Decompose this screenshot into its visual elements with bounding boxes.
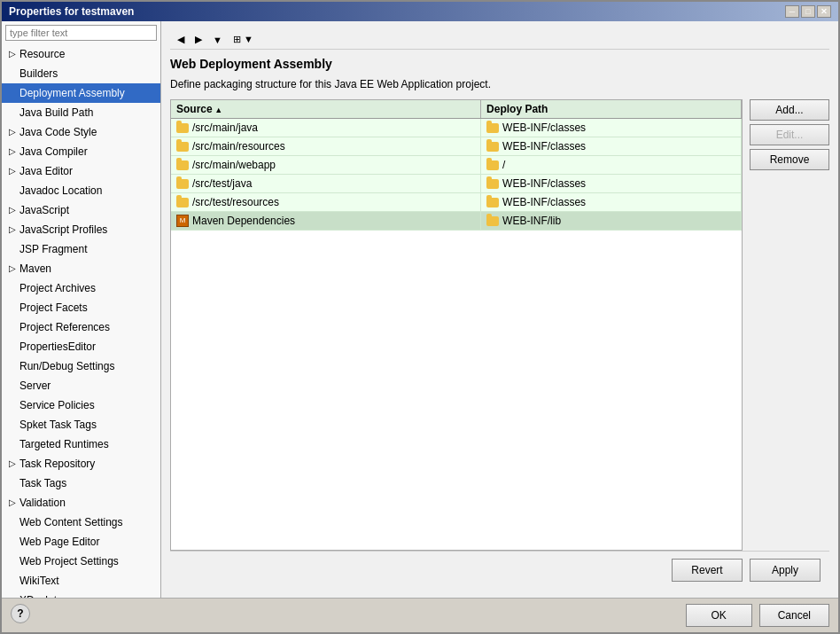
table-row[interactable]: /src/test/resources WEB-INF/classes <box>171 193 742 212</box>
button-column: Add... Edit... Remove <box>750 99 829 551</box>
revert-button[interactable]: Revert <box>672 559 743 582</box>
sidebar-item-server[interactable]: Server <box>2 376 160 395</box>
sidebar-item-javadoc-location[interactable]: Javadoc Location <box>2 181 160 200</box>
folder-icon <box>176 179 189 189</box>
sidebar-item-javascript-profiles[interactable]: ▷ JavaScript Profiles <box>2 220 160 239</box>
add-button[interactable]: Add... <box>750 99 829 121</box>
sidebar-item-java-compiler[interactable]: ▷ Java Compiler <box>2 142 160 161</box>
expand-arrow: ▷ <box>9 202 18 218</box>
deploy-cell: WEB-INF/lib <box>481 212 742 230</box>
folder-icon <box>176 160 189 170</box>
sidebar-item-web-content-settings[interactable]: Web Content Settings <box>2 513 160 532</box>
sidebar-item-task-tags[interactable]: Task Tags <box>2 474 160 493</box>
sidebar-item-spket-task-tags[interactable]: Spket Task Tags <box>2 415 160 434</box>
folder-icon <box>486 160 499 170</box>
edit-button[interactable]: Edit... <box>750 124 829 145</box>
nav-dropdown-button[interactable]: ▼ <box>209 33 226 47</box>
sidebar-item-java-code-style[interactable]: ▷ Java Code Style <box>2 122 160 142</box>
expand-arrow: ▷ <box>9 261 18 277</box>
sidebar-item-project-facets[interactable]: Project Facets <box>2 298 160 317</box>
sidebar-item-label: Project Facets <box>19 300 88 316</box>
expand-arrow: ▷ <box>9 163 18 179</box>
deploy-cell: / <box>481 156 742 174</box>
sidebar-item-java-editor[interactable]: ▷ Java Editor <box>2 161 160 181</box>
sidebar-item-label: Project References <box>19 319 110 335</box>
table-row[interactable]: /src/main/webapp / <box>171 156 742 175</box>
expand-arrow: ▷ <box>9 495 18 511</box>
window-title: Properties for testmaven <box>9 5 134 18</box>
main-body: ▷ Resource Builders Deployment Assembly … <box>2 21 838 598</box>
col-source[interactable]: Source <box>171 100 481 118</box>
sidebar-item-label: Javadoc Location <box>19 183 102 199</box>
apply-button[interactable]: Apply <box>750 559 821 582</box>
nav-pages-button[interactable]: ⊞ ▼ <box>229 32 257 47</box>
sidebar-item-validation[interactable]: ▷ Validation <box>2 493 160 513</box>
sidebar-item-label: Project Archives <box>19 280 96 296</box>
expand-arrow: ▷ <box>9 124 18 140</box>
col-deploy[interactable]: Deploy Path <box>481 100 742 118</box>
sidebar-item-builders[interactable]: Builders <box>2 64 160 83</box>
sidebar-item-label: Resource <box>19 46 65 62</box>
sidebar-item-label: WikiText <box>19 573 59 589</box>
sidebar-item-label: Spket Task Tags <box>19 417 97 433</box>
sidebar-item-web-project-settings[interactable]: Web Project Settings <box>2 552 160 571</box>
sidebar-item-javascript[interactable]: ▷ JavaScript <box>2 200 160 220</box>
forward-button[interactable]: ▶ <box>191 32 206 47</box>
sidebar-item-deployment-assembly[interactable]: Deployment Assembly <box>2 83 160 103</box>
maximize-button[interactable]: □ <box>801 5 815 18</box>
sidebar-item-resource[interactable]: ▷ Resource <box>2 44 160 64</box>
deploy-cell: WEB-INF/classes <box>481 193 742 211</box>
expand-arrow: ▷ <box>9 46 18 62</box>
deploy-path: WEB-INF/classes <box>502 121 586 134</box>
sidebar-item-wikitext[interactable]: WikiText <box>2 571 160 591</box>
bottom-bar: Revert Apply <box>170 551 829 589</box>
table-row[interactable]: /src/main/java WEB-INF/classes <box>171 119 742 137</box>
sidebar-item-xdoclet[interactable]: XDoclet <box>2 591 160 598</box>
sidebar-item-targeted-runtimes[interactable]: Targeted Runtimes <box>2 434 160 454</box>
cancel-button[interactable]: Cancel <box>759 604 829 627</box>
source-cell: /src/main/resources <box>171 137 481 155</box>
deploy-cell: WEB-INF/classes <box>481 175 742 192</box>
sidebar-item-service-policies[interactable]: Service Policies <box>2 395 160 415</box>
sidebar-item-label: Task Repository <box>19 456 95 472</box>
expand-arrow: ▷ <box>9 456 18 472</box>
table-row[interactable]: /src/main/resources WEB-INF/classes <box>171 137 742 156</box>
deploy-cell: WEB-INF/classes <box>481 119 742 137</box>
ok-button[interactable]: OK <box>686 604 752 627</box>
deploy-path: WEB-INF/classes <box>502 196 586 208</box>
sidebar-item-label: Builders <box>19 66 58 82</box>
sidebar-item-run-debug-settings[interactable]: Run/Debug Settings <box>2 356 160 376</box>
minimize-button[interactable]: ─ <box>785 5 799 18</box>
sidebar-item-properties-editor[interactable]: PropertiesEditor <box>2 337 160 356</box>
remove-button[interactable]: Remove <box>750 149 829 170</box>
table-row[interactable]: M Maven Dependencies WEB-INF/lib <box>171 212 742 231</box>
sidebar-item-task-repository[interactable]: ▷ Task Repository <box>2 454 160 474</box>
sidebar-item-maven[interactable]: ▷ Maven <box>2 259 160 278</box>
sidebar-item-project-archives[interactable]: Project Archives <box>2 278 160 298</box>
sidebar-item-label: Maven <box>19 261 51 277</box>
expand-arrow: ▷ <box>9 222 18 238</box>
help-button[interactable]: ? <box>11 604 30 623</box>
sidebar-item-web-page-editor[interactable]: Web Page Editor <box>2 532 160 552</box>
back-button[interactable]: ◀ <box>174 32 188 47</box>
sidebar-item-jsp-fragment[interactable]: JSP Fragment <box>2 239 160 259</box>
assembly-table: Source Deploy Path /src/main/java <box>170 99 743 551</box>
title-bar: Properties for testmaven ─ □ ✕ <box>2 2 838 21</box>
folder-icon <box>486 216 499 226</box>
close-button[interactable]: ✕ <box>817 5 831 18</box>
source-cell: /src/main/java <box>171 119 481 137</box>
nav-bar: ◀ ▶ ▼ ⊞ ▼ <box>170 30 829 50</box>
sidebar-item-java-build-path[interactable]: Java Build Path <box>2 103 160 122</box>
table-row[interactable]: /src/test/java WEB-INF/classes <box>171 175 742 193</box>
table-area: Source Deploy Path /src/main/java <box>170 99 829 551</box>
deploy-cell: WEB-INF/classes <box>481 137 742 155</box>
content-area: ▷ Resource Builders Deployment Assembly … <box>2 21 838 632</box>
filter-input[interactable] <box>5 25 157 41</box>
table-body: /src/main/java WEB-INF/classes <box>171 119 742 550</box>
sidebar-item-project-references[interactable]: Project References <box>2 317 160 337</box>
sidebar: ▷ Resource Builders Deployment Assembly … <box>2 21 161 598</box>
panel-description: Define packaging structure for this Java… <box>170 78 829 90</box>
sidebar-item-label: Web Page Editor <box>19 534 100 550</box>
source-path: Maven Dependencies <box>192 215 295 227</box>
sidebar-item-label: Java Code Style <box>19 124 97 140</box>
